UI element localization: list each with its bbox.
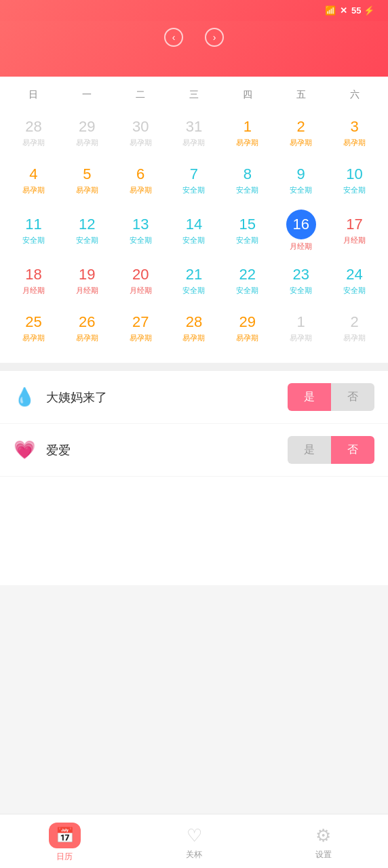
calendar-day[interactable]: 24安全期 [328, 257, 381, 304]
calendar-day[interactable]: 28易孕期 [7, 109, 60, 157]
calendar-day[interactable]: 29易孕期 [60, 109, 114, 157]
calendar-day[interactable]: 26易孕期 [60, 304, 114, 352]
status-icons: 📶 ✕ 55 ⚡ [325, 5, 374, 16]
love-icon: 💗 [14, 439, 35, 460]
calendar-day[interactable]: 22安全期 [220, 257, 274, 304]
calendar-day[interactable]: 17月经期 [328, 204, 381, 257]
weekday-header: 日一二三四五六 [7, 77, 381, 109]
calendar-day[interactable]: 14安全期 [168, 204, 221, 257]
nav-guanbei[interactable]: ♡ 关杯 [130, 814, 259, 868]
weekday-label: 三 [168, 86, 221, 104]
bottom-navigation: 📅 日历 ♡ 关杯 ⚙ 设置 [0, 814, 388, 868]
app-header: ‹ › [0, 21, 388, 77]
calendar-day[interactable]: 7安全期 [168, 157, 221, 204]
toggle-group: 是否 [288, 436, 374, 464]
calendar-icon: 📅 [49, 823, 81, 848]
calendar-day[interactable]: 11安全期 [7, 204, 60, 257]
date-navigation: ‹ › [14, 28, 374, 47]
calendar-day[interactable]: 3易孕期 [328, 109, 381, 157]
bottom-spacer [0, 477, 388, 585]
signal-icon: 55 ⚡ [351, 5, 374, 16]
calendar-day[interactable]: 1易孕期 [220, 109, 274, 157]
battery-icon: 📶 [325, 5, 336, 16]
calendar-day[interactable]: 18月经期 [7, 257, 60, 304]
period-icon: 💧 [14, 387, 35, 408]
calendar-day[interactable]: 2易孕期 [274, 109, 328, 157]
nav-calendar[interactable]: 📅 日历 [0, 814, 130, 868]
calendar-day[interactable]: 15安全期 [220, 204, 274, 257]
prev-month-button[interactable]: ‹ [164, 28, 183, 47]
weekday-label: 日 [7, 86, 60, 104]
weekday-label: 一 [60, 86, 114, 104]
calendar-day[interactable]: 28易孕期 [168, 304, 221, 352]
toggle-no-button[interactable]: 否 [331, 383, 374, 411]
weekday-label: 六 [328, 86, 381, 104]
calendar-day[interactable]: 27易孕期 [114, 304, 168, 352]
settings-icon: ⚙ [315, 825, 331, 846]
calendar-day[interactable]: 20月经期 [114, 257, 168, 304]
calendar-day[interactable]: 5易孕期 [60, 157, 114, 204]
calendar-day[interactable]: 12安全期 [60, 204, 114, 257]
info-label: 爱爱 [46, 442, 288, 458]
calendar-day[interactable]: 31易孕期 [168, 109, 221, 157]
nav-settings[interactable]: ⚙ 设置 [258, 814, 388, 868]
calendar-day[interactable]: 23安全期 [274, 257, 328, 304]
calendar-day[interactable]: 1易孕期 [274, 304, 328, 352]
nav-settings-label: 设置 [315, 849, 332, 861]
calendar-day[interactable]: 29易孕期 [220, 304, 274, 352]
calendar-day[interactable]: 2易孕期 [328, 304, 381, 352]
calendar: 日一二三四五六 28易孕期29易孕期30易孕期31易孕期1易孕期2易孕期3易孕期… [0, 77, 388, 363]
calendar-day[interactable]: 13安全期 [114, 204, 168, 257]
toggle-group: 是否 [288, 383, 374, 411]
weekday-label: 五 [274, 86, 328, 104]
weekday-label: 二 [114, 86, 168, 104]
calendar-day[interactable]: 10安全期 [328, 157, 381, 204]
calendar-day[interactable]: 19月经期 [60, 257, 114, 304]
calendar-day[interactable]: 25易孕期 [7, 304, 60, 352]
info-row: 💗爱爱是否 [0, 424, 388, 477]
weekday-label: 四 [220, 86, 274, 104]
calendar-day[interactable]: 8安全期 [220, 157, 274, 204]
next-month-button[interactable]: › [205, 28, 224, 47]
status-bar: 📶 ✕ 55 ⚡ [0, 0, 388, 21]
nav-calendar-label: 日历 [56, 851, 73, 863]
calendar-day[interactable]: 6易孕期 [114, 157, 168, 204]
wifi-icon: ✕ [340, 5, 347, 16]
calendar-day[interactable]: 21安全期 [168, 257, 221, 304]
nav-guanbei-label: 关杯 [186, 849, 202, 861]
toggle-no-button[interactable]: 否 [331, 436, 374, 464]
calendar-day[interactable]: 16月经期 [274, 204, 328, 257]
toggle-yes-button[interactable]: 是 [288, 436, 331, 464]
calendar-grid: 28易孕期29易孕期30易孕期31易孕期1易孕期2易孕期3易孕期4易孕期5易孕期… [7, 109, 381, 352]
calendar-day[interactable]: 30易孕期 [114, 109, 168, 157]
info-section: 💧大姨妈来了是否💗爱爱是否 [0, 371, 388, 477]
info-row: 💧大姨妈来了是否 [0, 371, 388, 424]
section-divider [0, 363, 388, 371]
info-label: 大姨妈来了 [46, 389, 288, 406]
heart-icon: ♡ [187, 825, 202, 846]
calendar-day[interactable]: 4易孕期 [7, 157, 60, 204]
toggle-yes-button[interactable]: 是 [288, 383, 331, 411]
calendar-day[interactable]: 9安全期 [274, 157, 328, 204]
